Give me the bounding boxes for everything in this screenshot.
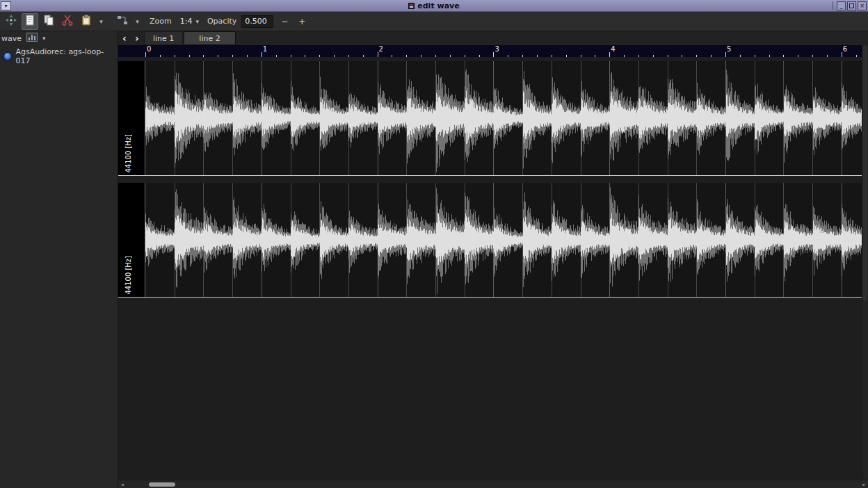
ruler-tick	[508, 55, 508, 57]
clipboard-icon	[80, 14, 93, 29]
ruler-tick	[566, 55, 567, 57]
window-menu-button[interactable]: ▾	[1, 1, 11, 10]
ruler-tick	[798, 55, 798, 57]
window-title: edit wave	[417, 1, 459, 10]
ruler-tick	[522, 55, 523, 57]
line-tab-row: ‹ › line 1 line 2	[118, 31, 868, 45]
sample-rate-label: 44100 [Hz]	[124, 134, 132, 173]
ruler-tick	[493, 52, 494, 57]
machine-radio[interactable]	[3, 52, 12, 60]
opacity-label: Opacity	[207, 17, 236, 26]
edit-document-icon	[24, 14, 36, 29]
zoom-caret-icon: ▾	[195, 18, 199, 25]
close-button[interactable]: ×	[858, 1, 867, 10]
ruler-label: 4	[611, 45, 615, 53]
ruler-tick	[465, 55, 465, 57]
ruler-tick	[827, 55, 828, 57]
ruler-label: 0	[147, 45, 151, 53]
ruler-tick	[160, 55, 161, 57]
ruler-tick	[450, 55, 451, 57]
tool-popup-icon	[116, 14, 129, 29]
hscroll-track[interactable]	[126, 480, 860, 488]
wave-chart-icon	[26, 32, 38, 44]
maximize-button[interactable]	[847, 1, 856, 10]
ruler-tick	[740, 55, 741, 57]
zoom-select[interactable]: 1:4 ▾	[177, 15, 202, 27]
position-cursor-button[interactable]	[3, 13, 19, 30]
machine-radio-label: AgsAudiorec: ags-loop-017	[16, 47, 114, 65]
tab-line-2[interactable]: line 2	[184, 31, 235, 45]
vertical-scrollbar[interactable]	[862, 45, 868, 480]
ruler-tick	[638, 55, 639, 57]
tool-popup-button[interactable]	[114, 13, 131, 30]
edit-area: ‹ › line 1 line 2 0123456 44100 [Hz]	[118, 31, 868, 488]
ruler-tick	[856, 55, 857, 57]
tool-menu-caret-icon[interactable]: ▾	[133, 18, 142, 25]
ruler-tick	[145, 52, 146, 57]
ruler-tick	[609, 52, 610, 57]
ruler-tick	[262, 52, 262, 57]
edit-background	[118, 298, 862, 480]
ruler-tick	[218, 55, 218, 57]
wave-scope-caret-icon[interactable]: ▾	[42, 35, 46, 42]
tab-line-1[interactable]: line 1	[144, 31, 183, 45]
left-panel: wave ▾ AgsAudiorec: ags-loop-017	[0, 31, 118, 488]
ruler-tick	[334, 55, 335, 57]
ruler-tick	[725, 52, 726, 57]
ruler-tick	[421, 55, 421, 57]
ruler-tick	[696, 55, 697, 57]
edit-column: 0123456 44100 [Hz] 44100 [Hz]	[118, 45, 862, 480]
ruler-tick	[668, 55, 668, 57]
scroll-right-icon[interactable]: ►	[860, 482, 868, 487]
scroll-left-icon[interactable]: ◄	[118, 482, 126, 487]
ruler-tick	[842, 52, 842, 57]
waveform-canvas[interactable]	[145, 61, 862, 175]
ruler-tick	[783, 55, 784, 57]
vscroll-handle[interactable]	[863, 45, 867, 301]
maximize-icon	[849, 3, 854, 8]
opacity-increment-button[interactable]: +	[296, 15, 308, 28]
timeline-ruler[interactable]: 0123456	[118, 45, 862, 57]
position-cursor-icon	[5, 14, 17, 29]
app-icon	[408, 3, 415, 9]
waveform-area[interactable]	[145, 61, 862, 175]
titlebar-separator	[833, 1, 833, 10]
cut-button[interactable]	[59, 13, 76, 30]
ruler-label: 6	[843, 45, 847, 53]
sample-rate-label: 44100 [Hz]	[124, 256, 132, 295]
minimize-button[interactable]: _	[837, 1, 846, 10]
ruler-label: 1	[263, 45, 267, 53]
ruler-tick	[232, 55, 233, 57]
waveform-area[interactable]	[145, 183, 862, 297]
titlebar[interactable]: ▾ edit wave _ ×	[0, 0, 868, 12]
ruler-label: 2	[379, 45, 383, 53]
window-title-wrap: edit wave	[0, 1, 868, 10]
ruler-tick	[624, 55, 625, 57]
copy-button[interactable]	[40, 13, 57, 30]
edit-tool-button[interactable]	[22, 13, 38, 30]
ruler-tick	[653, 55, 654, 57]
waveform-canvas[interactable]	[145, 183, 862, 297]
window-buttons: _ ×	[833, 1, 867, 10]
zoom-value: 1:4	[180, 17, 193, 26]
machine-radio-row[interactable]: AgsAudiorec: ags-loop-017	[0, 45, 118, 67]
opacity-decrement-button[interactable]: −	[278, 15, 291, 28]
ruler-tick	[812, 55, 813, 57]
ruler-tick	[291, 55, 291, 57]
ruler-tick	[552, 55, 552, 57]
prev-line-button[interactable]: ‹	[118, 31, 131, 45]
hscroll-handle[interactable]	[149, 482, 175, 487]
paste-menu-caret-icon[interactable]: ▾	[97, 18, 106, 25]
edit-wave-window: ▾ edit wave _ ×	[0, 0, 868, 488]
horizontal-scrollbar[interactable]: ◄ ►	[118, 480, 868, 488]
paste-button[interactable]	[78, 13, 95, 30]
edit-body: 0123456 44100 [Hz] 44100 [Hz]	[118, 45, 868, 480]
ruler-tick	[479, 55, 480, 57]
next-line-button[interactable]: ›	[131, 31, 143, 45]
ruler-label: 3	[495, 45, 499, 53]
opacity-input[interactable]	[241, 15, 273, 28]
ruler-tick	[378, 52, 378, 57]
ruler-tick	[247, 55, 248, 57]
ruler-tick	[392, 55, 392, 57]
ruler-tick	[537, 55, 538, 57]
